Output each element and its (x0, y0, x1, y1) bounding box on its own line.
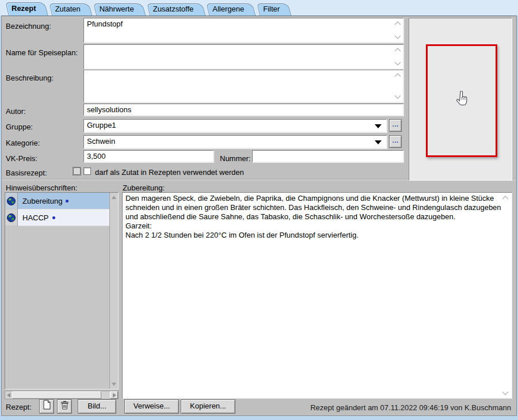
tab-filter-label: Filter (263, 5, 280, 13)
scroll-up-icon[interactable] (394, 21, 401, 25)
autor-input[interactable] (83, 104, 403, 116)
tab-allergene[interactable]: Allergene (206, 3, 253, 16)
vk-preis-input[interactable] (83, 150, 214, 162)
scroll-down-icon[interactable] (394, 95, 401, 99)
scroll-down-icon[interactable] (112, 383, 116, 386)
kopieren-button[interactable]: Kopieren... (181, 399, 235, 414)
hinweis-list: Zubereitung HACCP (5, 192, 119, 390)
autor-label: Autor: (6, 107, 26, 116)
speiseplan-label: Name für Speiseplan: (6, 48, 78, 57)
bezeichnung-field[interactable]: Pfundstopf (83, 18, 403, 43)
gruppe-value: Gruppe1 (87, 121, 116, 129)
scroll-up-icon[interactable] (502, 196, 509, 200)
zubereitung-textarea[interactable]: Den mageren Speck, die Zwiebeln, die Pap… (122, 192, 512, 399)
bullet-dot-icon (52, 216, 55, 219)
tab-zusatzstoffe-label: Zusatzstoffe (153, 5, 194, 13)
nummer-input[interactable] (252, 150, 403, 162)
kategorie-browse-button[interactable]: ... (389, 135, 402, 148)
kategorie-label: Kategorie: (6, 139, 40, 147)
list-horizontal-scrollbar[interactable] (5, 391, 119, 399)
bullet-dot-icon (66, 200, 68, 203)
beschreibung-field[interactable] (83, 70, 403, 102)
basisrezept-checkbox[interactable] (73, 167, 81, 175)
delete-recipe-button[interactable] (57, 399, 72, 414)
bild-button[interactable]: Bild... (78, 399, 116, 414)
tab-zutaten-label: Zutaten (55, 5, 81, 13)
gruppe-browse-button[interactable]: ... (389, 119, 402, 132)
new-document-icon (43, 400, 51, 414)
list-item-zubereitung[interactable]: Zubereitung (5, 193, 109, 209)
tab-naehrwerte[interactable]: Nährwerte (93, 3, 143, 16)
gruppe-label: Gruppe: (6, 123, 33, 131)
globe-icon (5, 193, 18, 209)
scroll-right-icon (113, 393, 116, 398)
list-item-label: Zubereitung (22, 197, 62, 205)
hinweisueberschriften-label: Hinweisüberschriften: (6, 184, 77, 192)
basisrezept-label: Basisrezept: (6, 169, 47, 177)
scroll-down-icon[interactable] (394, 62, 401, 66)
tab-naehrwerte-label: Nährwerte (100, 5, 134, 13)
beschreibung-value (84, 70, 403, 72)
bezeichnung-label: Bezeichnung: (6, 22, 51, 30)
recipe-window: Rezept Zutaten Nährwerte Zusatzstoffe Al… (0, 0, 518, 420)
zubereitung-label: Zubereitung: (123, 184, 165, 192)
recipe-image-panel[interactable] (409, 18, 512, 181)
list-vertical-scrollbar[interactable] (109, 193, 118, 389)
speiseplan-field[interactable] (83, 44, 403, 69)
vk-preis-label: VK-Preis: (6, 154, 37, 163)
scroll-right-button[interactable] (110, 391, 118, 399)
tab-filter[interactable]: Filter (257, 3, 288, 16)
list-item-label: HACCP (22, 213, 49, 222)
bezeichnung-value: Pfundstopf (84, 18, 403, 30)
tab-zutaten[interactable]: Zutaten (49, 3, 89, 16)
status-text: Rezept geändert am 07.11.2022 09:46:19 v… (310, 403, 511, 412)
scroll-down-icon[interactable] (394, 35, 401, 39)
rezept-footer-label: Rezept: (6, 403, 32, 411)
tab-allergene-label: Allergene (212, 5, 244, 13)
kategorie-value: Schwein (87, 137, 115, 146)
scroll-up-icon[interactable] (394, 48, 401, 52)
kategorie-select[interactable]: Schwein (83, 135, 387, 148)
scroll-down-icon[interactable] (502, 391, 509, 395)
tab-rezept-label: Rezept (12, 4, 36, 13)
hand-cursor-icon (455, 91, 468, 108)
tab-rezept[interactable]: Rezept (5, 2, 45, 16)
chevron-down-icon (375, 140, 382, 144)
tab-bar: Rezept Zutaten Nährwerte Zusatzstoffe Al… (0, 0, 518, 16)
globe-icon (5, 209, 18, 226)
chevron-down-icon (375, 124, 382, 128)
scroll-up-icon[interactable] (112, 196, 116, 199)
gruppe-select[interactable]: Gruppe1 (83, 119, 387, 132)
scroll-up-icon[interactable] (394, 73, 401, 77)
scroll-left-icon[interactable] (7, 393, 10, 398)
list-item-haccp[interactable]: HACCP (5, 209, 109, 226)
scrollbar-thumb[interactable] (12, 391, 101, 399)
tab-zusatzstoffe[interactable]: Zusatzstoffe (147, 3, 203, 16)
zutat-verwenden-checkbox[interactable] (83, 167, 91, 175)
verweise-button[interactable]: Verweise... (124, 399, 179, 414)
zutat-verwenden-label: darf als Zutat in Rezepten verwendet wer… (95, 168, 244, 177)
zubereitung-text: Den mageren Speck, die Zwiebeln, die Pap… (125, 194, 501, 397)
beschreibung-label: Beschreibung: (6, 74, 54, 82)
speiseplan-value (84, 45, 403, 47)
nummer-label: Nummer: (220, 154, 250, 163)
new-recipe-button[interactable] (39, 399, 54, 414)
trash-icon (60, 400, 69, 414)
